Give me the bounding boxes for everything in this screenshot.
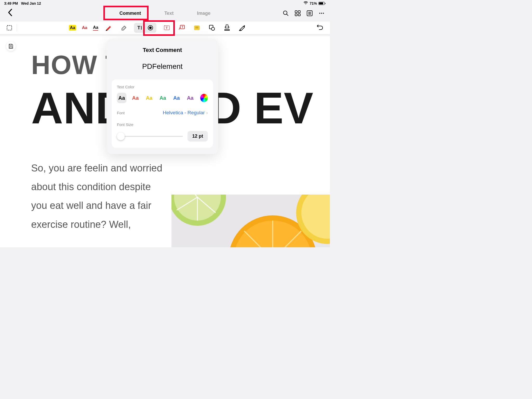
document-image [171,195,330,247]
font-size-slider[interactable] [117,132,183,140]
top-nav: Comment Text Image [0,5,330,21]
color-swatch-green[interactable]: Aa [158,93,168,103]
tab-text[interactable]: Text [164,11,174,16]
status-bar: 3:49 PM Wed Jan 12 71% [0,0,330,5]
stamp-tool-icon[interactable] [222,23,232,32]
svg-text:T: T [182,25,183,29]
underline-tool-icon[interactable]: Aa [93,25,98,31]
text-comment-tool-icon[interactable]: T [135,24,145,32]
battery-icon [318,2,325,5]
sticky-note-tool-icon[interactable] [192,23,202,32]
popup-settings-card: Text Color Aa Aa Aa Aa Aa Aa Font Helvet… [112,79,213,148]
selection-tool-icon[interactable] [5,23,14,32]
svg-point-12 [323,13,324,14]
tab-image[interactable]: Image [197,11,210,16]
document-body-text: So, you are feelin and worried about thi… [31,159,166,234]
svg-text:T: T [166,26,168,30]
svg-rect-13 [7,25,12,30]
color-swatch-yellow[interactable]: Aa [144,93,154,103]
popup-title: Text Comment [107,47,218,54]
separator [17,24,17,31]
svg-point-17 [149,26,152,29]
tab-comment[interactable]: Comment [119,11,141,16]
callout-tool-icon[interactable]: T [177,23,187,32]
color-swatch-red[interactable]: Aa [131,93,140,103]
svg-point-26 [211,27,215,30]
svg-rect-2 [295,11,297,13]
more-icon[interactable] [318,10,325,16]
text-comment-style-icon[interactable] [145,24,155,32]
color-swatch-blue[interactable]: Aa [172,93,181,103]
svg-rect-3 [298,11,300,13]
svg-point-11 [321,13,322,14]
svg-rect-50 [10,44,12,45]
text-comment-tool-group: T [134,23,156,33]
save-icon[interactable] [6,42,16,51]
wifi-icon [303,1,308,5]
svg-point-10 [319,13,320,14]
font-label: Font [117,111,125,115]
strikethrough-tool-icon[interactable]: Aa [82,25,87,30]
status-date: Wed Jan 12 [21,1,41,5]
list-icon[interactable] [307,10,313,16]
font-value[interactable]: Helvetica - Regular [163,110,208,116]
color-wheel-icon[interactable] [200,94,208,102]
svg-rect-4 [295,14,297,16]
slider-thumb[interactable] [117,132,125,140]
grid-icon[interactable] [295,10,301,16]
popup-preview-text: PDFelement [107,62,218,71]
svg-rect-22 [194,26,200,30]
svg-text:T: T [137,25,140,30]
text-color-label: Text Color [117,85,208,89]
shape-tool-icon[interactable] [207,23,217,32]
pen-tool-icon[interactable] [104,23,113,32]
eraser-tool-icon[interactable] [119,23,128,32]
color-swatch-purple[interactable]: Aa [185,93,195,103]
font-row[interactable]: Font Helvetica - Regular [117,110,208,116]
search-icon[interactable] [283,10,289,16]
battery-percent: 71% [310,1,317,5]
font-size-value: 12 pt [188,131,208,142]
status-time: 3:49 PM [4,1,18,5]
signature-tool-icon[interactable] [237,23,247,32]
textbox-tool-icon[interactable]: T [162,23,171,32]
svg-rect-51 [10,46,12,48]
svg-rect-5 [298,14,300,16]
back-button[interactable] [8,9,12,18]
font-size-label: Font Size [117,122,208,127]
highlight-tool-icon[interactable]: Aa [69,25,76,31]
undo-icon[interactable] [315,23,325,32]
annotation-toolbar: Aa Aa Aa T T T [0,21,330,35]
color-swatch-row: Aa Aa Aa Aa Aa Aa [117,93,208,103]
svg-line-1 [287,14,288,16]
color-swatch-black[interactable]: Aa [117,93,127,103]
text-comment-popup: Text Comment PDFelement Text Color Aa Aa… [107,39,218,154]
